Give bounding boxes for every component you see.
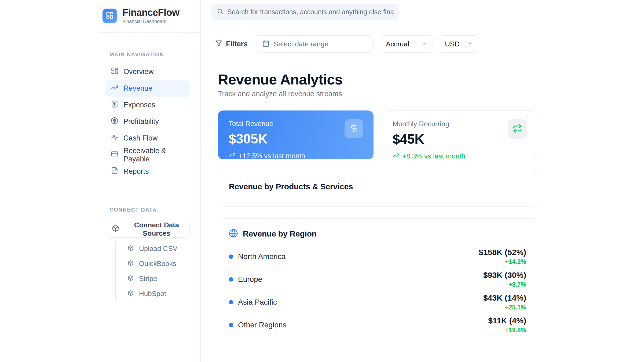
accounting-basis-select[interactable]: Accrual: [380, 35, 433, 53]
credit-card-icon: [111, 150, 118, 160]
receipt-icon: [111, 100, 118, 110]
package-icon: [128, 275, 134, 283]
sidebar-item-receivable-payable[interactable]: Receivable & Payable: [106, 147, 190, 163]
trending-up-icon: [393, 152, 400, 161]
chevron-down-icon: [421, 40, 427, 47]
region-name: Europe: [238, 275, 262, 284]
sidebar: FinanceFlow Financial Dashboard MAIN NAV…: [0, 0, 201, 362]
filters-toggle[interactable]: Filters: [215, 40, 248, 48]
region-value: $158K (52%): [479, 248, 526, 257]
region-name: North America: [238, 252, 286, 261]
dollar-circle-icon: [111, 117, 118, 126]
stat-badge: [345, 119, 363, 138]
chevron-down-icon: [467, 40, 473, 47]
connect-item-quickbooks[interactable]: QuickBooks: [128, 256, 200, 271]
region-dot: [229, 277, 233, 282]
connect-item-hubspot[interactable]: HubSpot: [128, 286, 200, 301]
dashboard-grid-icon: [106, 11, 114, 20]
region-row-right: $158K (52%) +14.2%: [479, 248, 526, 265]
region-row-right: $43K (14%) +25.1%: [483, 293, 526, 311]
region-growth: +25.1%: [483, 304, 526, 311]
sidebar-item-revenue[interactable]: Revenue: [106, 80, 190, 97]
global-search: [211, 4, 399, 20]
sidebar-item-expenses[interactable]: Expenses: [106, 97, 190, 113]
currency-value: USD: [445, 40, 460, 48]
stats-grid: Total Revenue $305K +12.5% vs last month…: [218, 110, 537, 159]
region-row-right: $93K (30%) +8.7%: [483, 271, 526, 288]
accounting-basis-value: Accrual: [386, 40, 409, 48]
main-area: Filters Select date range Accrual USD Re…: [201, 0, 545, 362]
region-name: Other Regions: [238, 321, 287, 329]
products-panel-title: Revenue by Products & Services: [229, 182, 526, 191]
document-icon: [111, 167, 118, 176]
stat-value: $45K: [393, 131, 526, 147]
activity-icon: [111, 134, 118, 143]
topbar: [201, 0, 545, 24]
region-row-asia-pacific: Asia Pacific $43K (14%) +25.1%: [229, 294, 526, 311]
brand-tagline: Financial Dashboard: [122, 19, 180, 24]
page-title: Revenue Analytics: [218, 71, 537, 88]
app-root: FinanceFlow Financial Dashboard MAIN NAV…: [0, 0, 644, 362]
funnel-icon: [215, 40, 222, 48]
search-input[interactable]: [227, 8, 394, 16]
repeat-icon: [513, 124, 522, 134]
connect-item-label: Upload CSV: [139, 245, 177, 253]
sidebar-item-reports[interactable]: Reports: [106, 163, 190, 180]
sidebar-item-label: Profitability: [123, 117, 159, 126]
region-panel-title: Revenue by Region: [243, 229, 317, 238]
connect-item-label: Stripe: [139, 275, 157, 283]
region-dot: [229, 300, 233, 304]
region-growth: +19.8%: [488, 327, 526, 334]
search-icon: [217, 8, 224, 16]
sidebar-item-cash-flow[interactable]: Cash Flow: [106, 130, 190, 147]
trending-up-icon: [229, 152, 236, 160]
region-row-left: North America: [229, 252, 286, 261]
nav-section-label: MAIN NAVIGATION: [99, 51, 200, 58]
stat-label: Total Revenue: [229, 120, 363, 128]
brand-text: FinanceFlow Financial Dashboard: [122, 8, 180, 24]
package-icon: [128, 260, 134, 268]
brand-logo: [103, 9, 117, 23]
stat-trend: +12.5% vs last month: [229, 152, 363, 160]
region-value: $93K (30%): [483, 271, 526, 280]
sidebar-item-profitability[interactable]: Profitability: [106, 113, 190, 130]
sidebar-item-label: Cash Flow: [123, 134, 158, 142]
trending-up-icon: [111, 84, 118, 93]
connect-item-stripe[interactable]: Stripe: [128, 271, 200, 286]
region-panel-header: Revenue by Region: [229, 229, 526, 239]
stat-badge: [508, 119, 527, 139]
revenue-by-region-panel: Revenue by Region North America $158K (5…: [218, 218, 537, 362]
region-name: Asia Pacific: [238, 298, 277, 306]
region-growth: +8.7%: [483, 281, 526, 288]
package-icon: [112, 225, 119, 234]
region-row-left: Other Regions: [229, 321, 287, 329]
globe-icon: [229, 229, 238, 239]
stat-trend: +8.3% vs last month: [393, 152, 526, 161]
connect-button-label: Connect Data Sources: [124, 221, 189, 238]
region-row-europe: Europe $93K (30%) +8.7%: [229, 271, 526, 288]
calendar-icon: [262, 40, 269, 48]
region-row-other-regions: Other Regions $11K (4%) +19.8%: [229, 316, 526, 334]
connect-item-label: QuickBooks: [139, 260, 176, 268]
stat-trend-text: +12.5% vs last month: [238, 152, 305, 160]
stat-label: Monthly Recurring: [393, 120, 526, 128]
stat-trend-text: +8.3% vs last month: [402, 152, 465, 160]
filter-bar: Filters Select date range Accrual USD: [201, 24, 545, 64]
brand: FinanceFlow Financial Dashboard: [99, 0, 200, 33]
page-subtitle: Track and analyze all revenue streams: [218, 90, 537, 98]
connect-data-sources-button[interactable]: Connect Data Sources: [106, 221, 190, 238]
connect-item-upload-csv[interactable]: Upload CSV: [128, 241, 200, 256]
date-range-input[interactable]: Select date range: [256, 35, 374, 53]
region-row-north-america: North America $158K (52%) +14.2%: [229, 248, 526, 265]
region-dot: [229, 254, 233, 259]
sidebar-item-label: Expenses: [123, 101, 155, 109]
region-row-left: Europe: [229, 275, 262, 284]
sidebar-item-overview[interactable]: Overview: [106, 64, 190, 80]
brand-name: FinanceFlow: [122, 8, 180, 18]
region-dot: [229, 323, 233, 327]
stat-value: $305K: [229, 131, 363, 147]
currency-select[interactable]: USD: [439, 35, 479, 53]
filters-label: Filters: [226, 40, 248, 48]
total-revenue-card: Total Revenue $305K +12.5% vs last month: [218, 110, 374, 159]
connect-item-label: HubSpot: [139, 290, 166, 298]
